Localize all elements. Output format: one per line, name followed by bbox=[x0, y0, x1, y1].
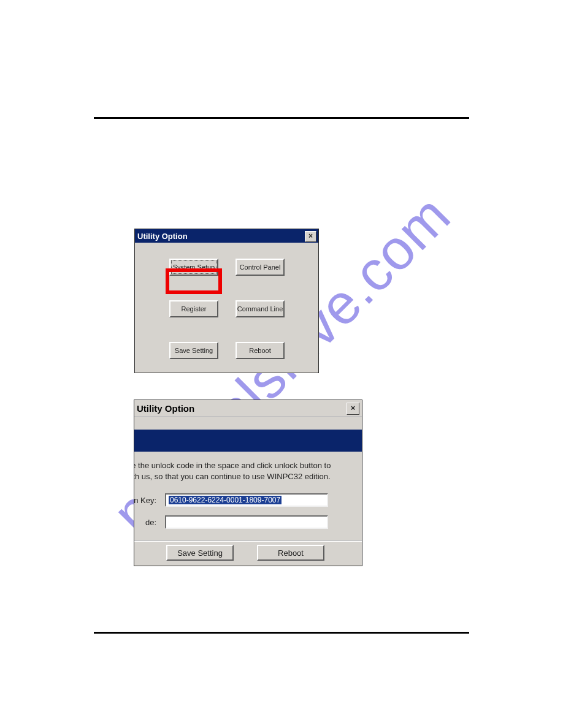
save-setting-button[interactable]: Save Setting bbox=[166, 545, 234, 561]
dialog2-button-row: Save Setting Reboot bbox=[134, 545, 362, 564]
command-line-button[interactable]: Command Line bbox=[236, 300, 285, 317]
system-setup-label: System Setup bbox=[173, 264, 215, 271]
save-setting-button[interactable]: Save Setting bbox=[169, 342, 218, 359]
key-value: 0610-9622-6224-0001-1809-7007 bbox=[169, 496, 282, 504]
instruction-line-1: pe the unlock code in the space and clic… bbox=[134, 461, 331, 470]
dialog-body: System Setup Control Panel Register Comm… bbox=[135, 243, 318, 373]
control-panel-button[interactable]: Control Panel bbox=[236, 259, 285, 276]
close-button[interactable]: × bbox=[347, 403, 359, 415]
command-line-label: Command Line bbox=[237, 305, 283, 313]
key-field[interactable]: 0610-9622-6224-0001-1809-7007 bbox=[165, 493, 328, 507]
save-setting-label: Save Setting bbox=[175, 347, 213, 354]
control-panel-label: Control Panel bbox=[240, 264, 281, 271]
dialog-title: Utility Option bbox=[137, 232, 188, 241]
code-row: de: bbox=[134, 515, 360, 529]
close-button[interactable]: × bbox=[305, 231, 316, 242]
code-field[interactable] bbox=[165, 515, 328, 529]
top-rule bbox=[94, 117, 469, 119]
reboot-button[interactable]: Reboot bbox=[257, 545, 324, 561]
utility-option-dialog-1: Utility Option × System Setup Control Pa… bbox=[134, 229, 319, 373]
reboot-button[interactable]: Reboot bbox=[236, 342, 285, 359]
instruction-line-2: vith us, so that you can continue to use… bbox=[134, 472, 331, 481]
instruction-text: pe the unlock code in the space and clic… bbox=[134, 460, 362, 482]
reboot-label: Reboot bbox=[278, 548, 304, 558]
save-setting-label: Save Setting bbox=[177, 548, 223, 558]
key-label: on Key: bbox=[134, 496, 156, 505]
utility-option-dialog-2: Utility Option × pe the unlock code in t… bbox=[134, 400, 362, 566]
key-row: on Key: 0610-9622-6224-0001-1809-7007 bbox=[134, 493, 360, 507]
system-setup-button[interactable]: System Setup bbox=[169, 259, 218, 276]
dialog2-title: Utility Option bbox=[137, 403, 194, 414]
dialog2-divider bbox=[134, 540, 362, 542]
register-button[interactable]: Register bbox=[169, 300, 218, 317]
reboot-label: Reboot bbox=[249, 347, 270, 354]
bottom-rule bbox=[94, 632, 469, 634]
code-label: de: bbox=[134, 518, 156, 527]
register-label: Register bbox=[182, 305, 207, 313]
dialog2-header-bar bbox=[134, 430, 362, 452]
dialog2-titlebar: Utility Option × bbox=[134, 400, 362, 417]
dialog-titlebar: Utility Option × bbox=[135, 229, 318, 243]
